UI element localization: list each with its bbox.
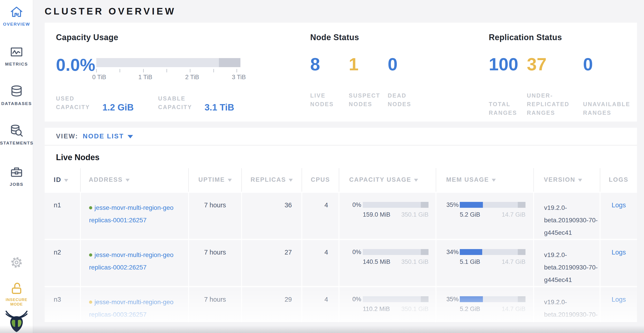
live-nodes-table: ID ADDRESS UPTIME REPLICAS CPUS CAPACITY… — [45, 168, 637, 322]
live-nodes-title: Live Nodes — [45, 146, 637, 168]
home-icon — [0, 5, 33, 19]
table-row: n2 jesse-movr-multi-region-geo replicas-… — [45, 239, 637, 286]
insecure-mode-indicator[interactable]: INSECURE MODE — [0, 281, 33, 307]
capacity-usage-title: Capacity Usage — [56, 33, 310, 42]
cluster-overview-page: { "header": { "title": "CLUSTER OVERVIEW… — [0, 0, 644, 333]
mem-usage-bar — [460, 296, 526, 302]
node-status-section: Node Status 8 1 0 LIVE NODES SUSPECT NOD… — [310, 33, 489, 122]
settings-button[interactable] — [0, 256, 33, 269]
column-header-cpus[interactable]: CPUS — [302, 168, 339, 192]
node-address-cell: jesse-movr-multi-region-geo replicas-000… — [80, 192, 188, 239]
capacity-gauge-reserved-segment — [219, 58, 240, 67]
bar-endcap — [421, 202, 428, 208]
window-bottom-shadow — [0, 325, 644, 333]
node-cpus-cell: 4 — [302, 192, 339, 239]
bar-endcap — [518, 296, 526, 302]
node-id-cell: n3 — [45, 286, 80, 322]
insecure-mode-label: INSECURE MODE — [0, 298, 33, 307]
node-version-cell: v19.2.0-beta.20190930-70-g445ec41 — [534, 192, 600, 239]
live-nodes-count: 8 — [310, 55, 349, 73]
usable-capacity-label: USABLE CAPACITY — [158, 94, 202, 111]
node-replicas-cell: 29 — [242, 286, 302, 322]
capacity-usage-section: Capacity Usage 0.0% 0 TiB 1 TiB — [56, 33, 310, 122]
sidebar-item-statements[interactable]: STATEMENTS — [0, 124, 33, 146]
mem-usage-bar — [460, 202, 526, 208]
sidebar-item-databases[interactable]: DATABASES — [0, 84, 33, 106]
node-status-dot — [89, 206, 92, 209]
node-status-title: Node Status — [310, 33, 489, 42]
node-memory-cell: 34% 5.1 GiB 14.7 GiB — [436, 239, 534, 286]
node-status-dot — [89, 253, 92, 256]
sidebar-item-label: METRICS — [0, 62, 33, 67]
main-content: CLUSTER OVERVIEW Capacity Usage 0.0% — [33, 0, 644, 322]
tick-label: 1 TiB — [138, 74, 152, 81]
node-capacity-cell: 0% 140.5 MiB 350.1 GiB — [339, 239, 436, 286]
node-memory-cell: 35% 5.2 GiB 14.7 GiB — [436, 286, 534, 322]
sidebar-item-label: JOBS — [0, 182, 33, 187]
chevron-down-icon — [128, 135, 133, 138]
page-title: CLUSTER OVERVIEW — [33, 0, 644, 17]
sort-arrow-icon — [578, 179, 582, 182]
node-replicas-cell: 36 — [242, 192, 302, 239]
replication-status-title: Replication Status — [489, 33, 637, 42]
usable-capacity-value: 3.1 TiB — [204, 102, 234, 113]
column-header-version[interactable]: VERSION — [534, 168, 600, 192]
sort-arrow-icon — [492, 179, 496, 182]
node-cpus-cell: 4 — [302, 239, 339, 286]
column-header-logs[interactable]: LOGS — [600, 168, 637, 192]
statements-icon — [0, 124, 33, 138]
tick-label: 0 TiB — [92, 74, 106, 81]
node-address-link[interactable]: jesse-movr-multi-region-geo replicas-000… — [89, 249, 188, 273]
sidebar-item-label: OVERVIEW — [0, 22, 33, 27]
node-id-cell: n2 — [45, 239, 80, 286]
node-logs-link[interactable]: Logs — [612, 249, 626, 256]
usable-capacity-stat: USABLE CAPACITY 3.1 TiB — [158, 94, 234, 111]
node-address-link[interactable]: jesse-movr-multi-region-geo replicas-000… — [89, 201, 188, 226]
node-capacity-cell: 0% 159.0 MiB 350.1 GiB — [339, 192, 436, 239]
database-icon — [0, 84, 33, 98]
node-memory-cell: 35% 5.2 GiB 14.7 GiB — [436, 192, 534, 239]
view-label: VIEW: — [56, 132, 78, 140]
table-row: n1 jesse-movr-multi-region-geo replicas-… — [45, 192, 637, 239]
cockroachdb-logo — [0, 310, 33, 333]
node-uptime-cell: 7 hours — [188, 286, 242, 322]
tick-label: 3 TiB — [232, 74, 246, 81]
node-logs-link[interactable]: Logs — [612, 201, 626, 209]
node-capacity-cell: 0% 110.2 MiB 350.1 GiB — [339, 286, 436, 322]
used-capacity-stat: USED CAPACITY 1.2 GiB — [56, 94, 134, 111]
column-header-mem-usage[interactable]: MEM USAGE — [436, 168, 534, 192]
capacity-gauge-labels: 0 TiB 1 TiB 2 TiB 3 TiB — [96, 74, 240, 81]
sidebar-item-jobs[interactable]: JOBS — [0, 165, 33, 187]
capacity-percent: 0.0% — [56, 58, 96, 81]
mem-usage-bar — [460, 249, 526, 255]
column-header-capacity-usage[interactable]: CAPACITY USAGE — [339, 168, 436, 192]
node-logs-cell: Logs — [600, 286, 637, 322]
node-logs-link[interactable]: Logs — [612, 296, 626, 303]
node-version-cell: v19.2.0-beta.20190930-70-g445ec41 — [534, 239, 600, 286]
replication-status-section: Replication Status 100 37 0 TOTAL RANGES… — [489, 33, 637, 122]
node-address-link[interactable]: jesse-movr-multi-region-geo replicas-000… — [89, 296, 188, 321]
node-address-cell: jesse-movr-multi-region-geo replicas-000… — [80, 286, 188, 322]
under-replicated-ranges-count: 37 — [527, 55, 583, 73]
column-header-id[interactable]: ID — [45, 168, 80, 192]
node-uptime-cell: 7 hours — [188, 239, 242, 286]
sidebar-item-metrics[interactable]: METRICS — [0, 45, 33, 67]
node-logs-cell: Logs — [600, 192, 637, 239]
node-version-cell: v19.2.0-beta.20190930-70-g445ec41 — [534, 286, 600, 322]
column-header-uptime[interactable]: UPTIME — [188, 168, 242, 192]
column-header-replicas[interactable]: REPLICAS — [242, 168, 302, 192]
open-lock-icon — [0, 281, 33, 295]
sort-arrow-icon — [64, 179, 68, 182]
capacity-gauge: 0 TiB 1 TiB 2 TiB 3 TiB — [96, 58, 240, 81]
sort-arrow-icon — [126, 179, 130, 182]
view-dropdown-value: NODE LIST — [83, 132, 124, 140]
unavailable-ranges-label: UNAVAILABLE RANGES — [583, 100, 632, 117]
column-header-address[interactable]: ADDRESS — [80, 168, 188, 192]
node-address-cell: jesse-movr-multi-region-geo replicas-000… — [80, 239, 188, 286]
sidebar-item-overview[interactable]: OVERVIEW — [0, 5, 33, 27]
suspect-nodes-count: 1 — [349, 55, 388, 73]
view-dropdown[interactable]: NODE LIST — [83, 132, 133, 140]
briefcase-icon — [0, 165, 33, 179]
node-uptime-cell: 7 hours — [188, 192, 242, 239]
dead-nodes-count: 0 — [388, 55, 489, 73]
